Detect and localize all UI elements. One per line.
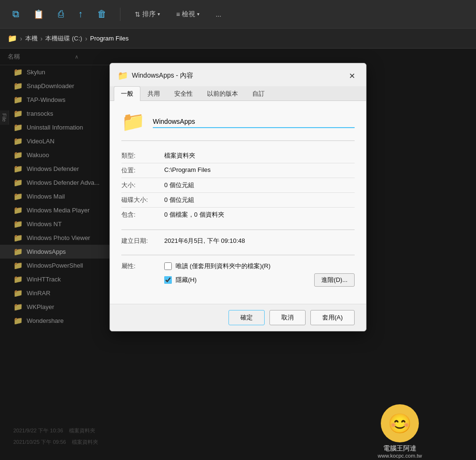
attributes-label: 屬性: xyxy=(121,262,164,270)
prop-value-size: 0 個位元組 xyxy=(164,181,194,190)
toolbar: ⧉ 📋 ⎙ ↑ 🗑 ⇅ 排序 ▾ ≡ 檢視 ▾ ... xyxy=(0,0,476,29)
dialog-title: WindowsApps - 內容 xyxy=(132,71,193,80)
prop-row-disk-size: 磁碟大小: 0 個位元組 xyxy=(121,193,355,208)
dialog-title-left: 📁 WindowsApps - 內容 xyxy=(118,70,193,81)
sort-icon: ⇅ xyxy=(135,10,140,18)
prop-row-contains: 包含: 0 個檔案，0 個資料夾 xyxy=(121,208,355,222)
more-button[interactable]: ... xyxy=(212,8,225,21)
prop-label-disk-size: 磁碟大小: xyxy=(121,196,164,204)
breadcrumb-item-this-pc[interactable]: 本機 xyxy=(25,34,38,43)
view-label: 檢視 xyxy=(182,10,195,19)
advanced-button[interactable]: 進階(D)... xyxy=(314,273,355,287)
properties-dialog: 📁 WindowsApps - 內容 ✕ 一般 共用 安全性 以前的版本 自訂 … xyxy=(109,63,367,331)
breadcrumb-sep-2: › xyxy=(40,35,43,42)
prop-row-size: 大小: 0 個位元組 xyxy=(121,178,355,193)
prop-label-location: 位置: xyxy=(121,166,164,175)
prop-row-location: 位置: C:\Program Files xyxy=(121,163,355,178)
breadcrumb-item-drive[interactable]: 本機磁碟 (C:) xyxy=(45,34,82,43)
hidden-checkbox[interactable] xyxy=(164,276,172,284)
prop-row-type: 類型: 檔案資料夾 xyxy=(121,149,355,163)
breadcrumb-item-current[interactable]: Program Files xyxy=(90,35,129,42)
dialog-tabs: 一般 共用 安全性 以前的版本 自訂 xyxy=(110,86,366,101)
tab-general[interactable]: 一般 xyxy=(114,86,140,101)
dialog-footer: 確定 取消 套用(A) xyxy=(110,304,366,331)
prop-label-size: 大小: xyxy=(121,181,164,190)
breadcrumb-sep-1: › xyxy=(20,35,22,42)
apply-button[interactable]: 套用(A) xyxy=(310,310,355,325)
attr-controls: 唯讀 (僅套用到資料夾中的檔案)(R) 隱藏(H) 進階(D)... xyxy=(164,262,355,290)
dialog-close-button[interactable]: ✕ xyxy=(345,69,358,82)
prop-value-type: 檔案資料夾 xyxy=(164,151,195,160)
paste-icon[interactable]: 📋 xyxy=(30,6,47,22)
attr-row-label: 屬性: 唯讀 (僅套用到資料夾中的檔案)(R) 隱藏(H) 進階(D)... xyxy=(121,259,355,292)
tab-sharing[interactable]: 共用 xyxy=(140,86,167,101)
attr-readonly-row: 唯讀 (僅套用到資料夾中的檔案)(R) xyxy=(164,262,355,270)
prop-label-type: 類型: xyxy=(121,151,164,160)
copy-icon[interactable]: ⧉ xyxy=(10,6,22,22)
prop-value-disk-size: 0 個位元組 xyxy=(164,196,194,204)
prop-label-created: 建立日期: xyxy=(121,237,164,245)
readonly-label: 唯讀 (僅套用到資料夾中的檔案)(R) xyxy=(176,262,355,270)
properties-table: 類型: 檔案資料夾 位置: C:\Program Files 大小: 0 個位元… xyxy=(121,149,355,222)
attributes-section: 屬性: 唯讀 (僅套用到資料夾中的檔案)(R) 隱藏(H) 進階(D)... xyxy=(121,259,355,292)
breadcrumb-folder-icon: 📁 xyxy=(8,34,17,43)
tab-security[interactable]: 安全性 xyxy=(167,86,200,101)
hidden-label: 隱藏(H) xyxy=(176,276,310,284)
more-label: ... xyxy=(216,10,221,18)
readonly-checkbox[interactable] xyxy=(164,262,172,270)
sort-button[interactable]: ⇅ 排序 ▾ xyxy=(131,7,164,21)
delete-icon[interactable]: 🗑 xyxy=(94,6,109,22)
breadcrumb: 📁 › 本機 › 本機磁碟 (C:) › Program Files xyxy=(0,29,476,49)
prop-label-contains: 包含: xyxy=(121,210,164,219)
attr-hidden-row: 隱藏(H) 進階(D)... xyxy=(164,273,355,287)
prop-value-created: 2021年6月5日, 下午 09:10:48 xyxy=(164,237,245,245)
folder-name-row: 📁 xyxy=(121,110,355,141)
dialog-titlebar: 📁 WindowsApps - 內容 ✕ xyxy=(110,63,366,82)
sort-chevron-icon: ▾ xyxy=(158,11,160,17)
folder-name-input[interactable] xyxy=(153,116,355,128)
main-area: 名稱 ∧ File 📁 Skylun 📁 SnapDownloader 📁 TA… xyxy=(0,49,476,460)
dialog-overlay: 📁 WindowsApps - 內容 ✕ 一般 共用 安全性 以前的版本 自訂 … xyxy=(0,49,476,460)
tab-previous-versions[interactable]: 以前的版本 xyxy=(200,86,245,101)
breadcrumb-sep-3: › xyxy=(85,35,88,42)
sort-label: 排序 xyxy=(142,10,156,19)
folder-large-icon: 📁 xyxy=(121,110,145,133)
view-chevron-icon: ▾ xyxy=(197,11,199,17)
tab-customize[interactable]: 自訂 xyxy=(245,86,272,101)
cancel-button[interactable]: 取消 xyxy=(269,310,306,325)
print-icon[interactable]: ⎙ xyxy=(55,6,67,22)
dialog-body: 📁 類型: 檔案資料夾 位置: C:\Program Files 大小: xyxy=(110,101,366,304)
share-icon[interactable]: ↑ xyxy=(75,6,86,22)
prop-value-contains: 0 個檔案，0 個資料夾 xyxy=(164,210,224,219)
prop-separator xyxy=(121,230,355,230)
view-icon: ≡ xyxy=(176,10,180,18)
dialog-folder-icon: 📁 xyxy=(118,70,128,81)
prop-separator-2 xyxy=(121,255,355,255)
prop-row-created: 建立日期: 2021年6月5日, 下午 09:10:48 xyxy=(121,234,355,251)
prop-value-location: C:\Program Files xyxy=(164,166,211,175)
toolbar-separator xyxy=(120,8,120,21)
view-button[interactable]: ≡ 檢視 ▾ xyxy=(172,7,203,21)
ok-button[interactable]: 確定 xyxy=(228,310,265,325)
